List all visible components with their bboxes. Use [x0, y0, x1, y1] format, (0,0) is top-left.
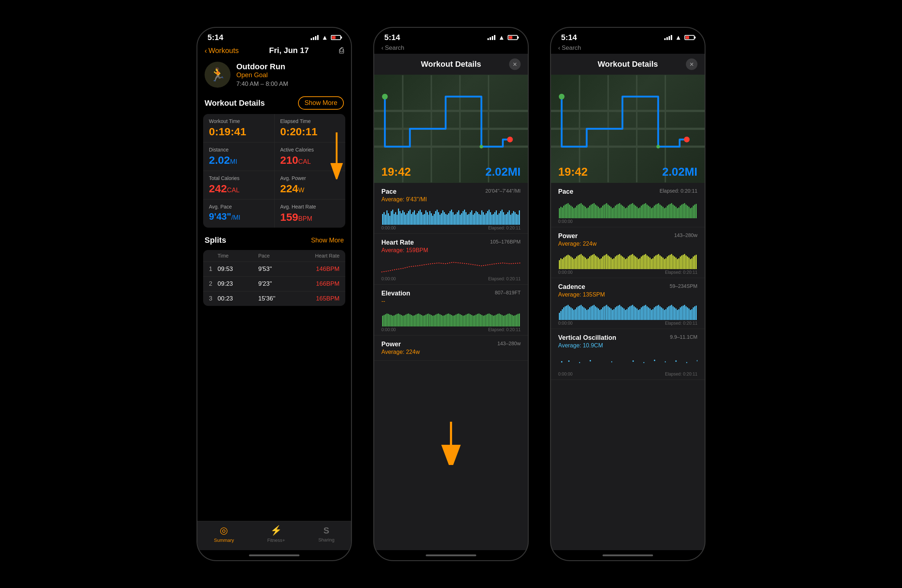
svg-point-32 [665, 361, 666, 363]
chart-range-power-3: 143–280w [674, 232, 697, 238]
tab-sharing[interactable]: S Sharing [318, 525, 335, 543]
stats-row-3: Total Calories 242CAL Avg. Power 224W [203, 171, 345, 200]
chart-pace-3: Pace Elapsed: 0:20:11 0:00:00 [551, 183, 705, 227]
stats-row-1: Workout Time 0:19:41 Elapsed Time 0:20:1… [203, 114, 345, 142]
status-icons-2: ▲ [487, 34, 518, 41]
chart-range-elevation-2: 807–819FT [495, 290, 521, 296]
stat-value-total-cal: 242CAL [209, 183, 268, 195]
chart-subtitle-hr-2: Average: 159BPM [381, 247, 428, 253]
status-time-2: 5:14 [384, 33, 400, 42]
tab-summary[interactable]: ◎ Summary [214, 525, 234, 543]
svg-point-27 [590, 360, 591, 361]
workout-details-header: Workout Details Show More [197, 94, 351, 113]
modal-screen-2: Workout Details × [374, 54, 528, 550]
stat-label-avg-hr: Avg. Heart Rate [280, 204, 340, 210]
chart-subtitle-cadence-3: Average: 135SPM [558, 291, 605, 298]
svg-point-11 [479, 145, 483, 149]
split-row-3: 3 00:23 15'36'' 165BPM [203, 291, 345, 306]
svg-point-33 [675, 360, 677, 362]
svg-point-23 [656, 145, 660, 149]
tab-fitness-plus[interactable]: ⚡ Fitness+ [267, 525, 285, 543]
wifi-icon-2: ▲ [498, 34, 505, 41]
hr-svg-2 [381, 256, 521, 275]
chart-title-pace-2: Pace [381, 188, 427, 195]
chart-range-hr-2: 105–176BPM [490, 239, 521, 245]
svg-point-28 [611, 361, 612, 363]
modal-close-button-3[interactable]: × [686, 58, 697, 70]
nav-back-button[interactable]: ‹ Workouts [205, 47, 239, 55]
phone-1: 5:14 ▲ ‹ Workouts Fri, Jun 17 [197, 27, 352, 561]
pace-bars-2 [381, 205, 521, 225]
status-bar-2: 5:14 ▲ [374, 28, 528, 44]
modal-header-3: Workout Details × [551, 54, 705, 75]
chart-title-hr-2: Heart Rate [381, 239, 428, 246]
nav-date: Fri, Jun 17 [269, 46, 309, 55]
back-label-3: Search [562, 44, 581, 52]
workout-goal: Open Goal [236, 72, 288, 79]
stat-label-avg-power: Avg. Power [280, 175, 340, 181]
workout-info: Outdoor Run Open Goal 7:40 AM – 8:00 AM [236, 62, 288, 88]
splits-header-row: Time Pace Heart Rate [203, 250, 345, 262]
chart-elevation-2: Elevation -- 807–819FT 0:00:00 Elapsed: … [374, 285, 528, 335]
phone-3: 5:14 ▲ ‹ Search Workout Details × [550, 27, 705, 561]
chart-title-power-2: Power [381, 341, 420, 348]
stat-avg-pace: Avg. Pace 9'43"/MI [203, 200, 274, 228]
stat-total-calories: Total Calories 242CAL [203, 171, 274, 199]
chart-title-elevation-2: Elevation [381, 290, 410, 297]
share-icon[interactable]: ⎙ [339, 46, 344, 55]
stat-value-avg-pace: 9'43"/MI [209, 211, 268, 222]
stat-label-elapsed-time: Elapsed Time [280, 118, 340, 124]
svg-point-21 [559, 94, 565, 100]
fitness-plus-tab-icon: ⚡ [270, 525, 282, 536]
chart-subtitle-power-3: Average: 224w [558, 241, 597, 247]
map-container-2: 19:42 2.02MI [374, 75, 528, 183]
charts-scroll-2[interactable]: Pace Average: 9'43''/MI 20'04''–7'44''/M… [374, 183, 528, 550]
splits-table: Time Pace Heart Rate 1 09:53 9'53'' 146B… [203, 250, 345, 306]
signal-icon-2 [487, 35, 495, 40]
back-search-2[interactable]: ‹ Search [374, 44, 528, 54]
stat-value-avg-hr: 159BPM [280, 211, 340, 223]
chart-hr-2: Heart Rate Average: 159BPM 105–176BPM 0:… [374, 234, 528, 285]
modal-close-button-2[interactable]: × [509, 58, 521, 70]
split-row-2: 2 09:23 9'23'' 166BPM [203, 277, 345, 291]
status-time-3: 5:14 [561, 33, 577, 42]
stat-value-elapsed-time: 0:20:11 [280, 125, 340, 138]
status-bar-1: 5:14 ▲ [197, 28, 351, 44]
splits-header: Splits Show More [197, 233, 351, 248]
back-search-3[interactable]: ‹ Search [551, 44, 705, 54]
splits-section: Splits Show More Time Pace Heart Rate 1 … [197, 233, 351, 308]
workout-name: Outdoor Run [236, 62, 288, 72]
stat-label-distance: Distance [209, 147, 268, 153]
workout-header: 🏃 Outdoor Run Open Goal 7:40 AM – 8:00 A… [197, 58, 351, 94]
map-container-3: 19:42 2.02MI [551, 75, 705, 183]
workout-icon: 🏃 [205, 62, 230, 88]
charts-scroll-3[interactable]: Pace Elapsed: 0:20:11 0:00:00 Power Aver… [551, 183, 705, 550]
summary-tab-label: Summary [214, 538, 234, 543]
battery-icon-2 [507, 35, 518, 40]
splits-show-more[interactable]: Show More [311, 237, 344, 244]
map-stats-3: 19:42 2.02MI [551, 165, 705, 178]
svg-point-9 [382, 94, 388, 100]
elevation-bars-2 [381, 307, 521, 327]
chart-subtitle-pace-2: Average: 9'43''/MI [381, 196, 427, 203]
svg-point-34 [686, 362, 687, 363]
back-chevron-icon: ‹ [205, 47, 207, 55]
stat-active-calories: Active Calories 210CAL [274, 142, 346, 170]
stats-row-2: Distance 2.02MI Active Calories 210CAL [203, 142, 345, 171]
map-stats-2: 19:42 2.02MI [374, 165, 528, 178]
map-stat-time-2: 19:42 [381, 165, 411, 178]
splits-title: Splits [205, 236, 226, 245]
chart-subtitle-power-2: Average: 224w [381, 349, 420, 355]
vert-osc-chart-area [558, 351, 697, 371]
stat-value-active-cal: 210CAL [280, 154, 340, 166]
modal-header-2: Workout Details × [374, 54, 528, 75]
map-stat-distance-2: 2.02MI [485, 165, 521, 178]
chart-pace-2: Pace Average: 9'43''/MI 20'04''–7'44''/M… [374, 183, 528, 234]
chart-title-vert-osc-3: Vertical Oscillation [558, 334, 616, 342]
map-stat-distance-3: 2.02MI [662, 165, 697, 178]
stat-avg-power: Avg. Power 224W [274, 171, 346, 199]
show-more-button[interactable]: Show More [298, 96, 344, 109]
home-indicator-2 [374, 550, 528, 560]
wifi-icon: ▲ [321, 34, 328, 41]
stats-row-4: Avg. Pace 9'43"/MI Avg. Heart Rate 159BP… [203, 200, 345, 228]
